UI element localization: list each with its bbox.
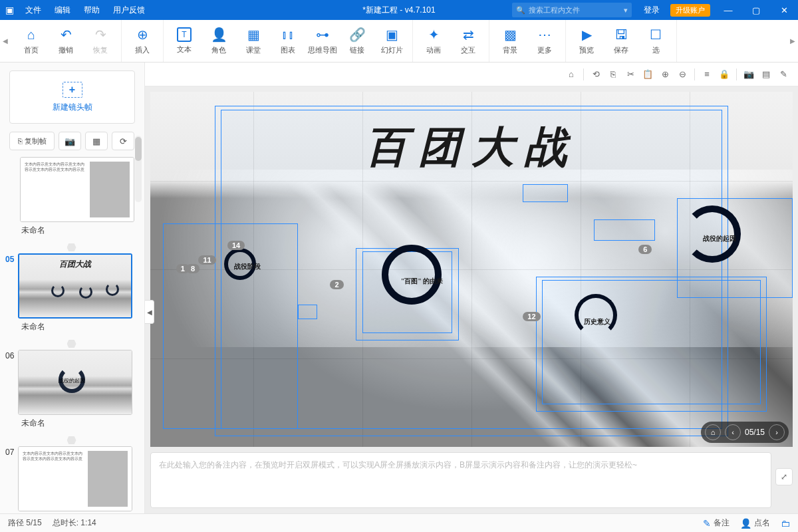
ribbon-动画[interactable]: ✦动画 [417,23,450,60]
ribbon-文本[interactable]: T文本 [168,23,201,60]
notes-textarea[interactable]: 在此处输入您的备注内容，在预览时开启双屏模式，可以实现A屏全屏播放演示内容，B屏… [150,452,771,508]
window-minimize[interactable]: — [714,0,742,20]
new-frame-button[interactable]: + 新建镜头帧 [9,70,135,124]
ribbon-icon: T [177,27,192,42]
ribbon-首页[interactable]: ⌂首页 [15,23,48,60]
ribbon-scroll-right[interactable]: ▶ [787,20,798,62]
window-close[interactable]: ✕ [770,0,798,20]
ribbon-label: 幻灯片 [381,45,403,55]
align-icon[interactable]: ≡ [699,66,715,82]
upgrade-badge[interactable]: 升级账户 [670,4,710,17]
lock-icon[interactable]: 🔒 [716,66,732,82]
nav-counter: 05/15 [745,428,765,437]
ring-label-bottom: 历史意义 [584,317,610,327]
frame-thumbnail[interactable]: 百团大战 [18,253,132,319]
frame-list[interactable]: 文本内容示意文本内容示意文本内容示意文本内容示意文本内容示意未命名05百团大战未… [0,157,144,513]
ribbon-链接[interactable]: 🔗链接 [340,23,374,60]
sidebar-scrollbar-thumb[interactable] [135,137,142,161]
zoom-in-icon[interactable]: ⊕ [657,66,673,82]
ribbon-插入[interactable]: ⊕插入 [126,23,159,60]
ribbon-icon: 🔗 [349,27,366,43]
ribbon-icon: ⊶ [316,27,329,43]
ribbon-label: 思维导图 [308,45,337,55]
search-input[interactable]: 🔍 搜索工程内文件 ▾ [512,3,632,17]
menu-edit[interactable]: 编辑 [48,0,77,20]
rollcall-button[interactable]: 👤点名 [740,517,770,529]
snapshot-icon[interactable]: 📷 [741,66,757,82]
notes-placeholder: 在此处输入您的备注内容，在预览时开启双屏模式，可以实现A屏全屏播放演示内容，B屏… [159,460,637,469]
ink-ring-bottom[interactable] [575,294,617,336]
ribbon-icon: ⋯ [538,27,551,43]
cut-tool-icon[interactable]: ✂ [622,66,638,82]
badge-11: 11 [198,255,215,265]
nav-prev-button[interactable]: ‹ [725,424,741,440]
frame-label: 未命名 [20,415,139,430]
ribbon-label: 文本 [177,45,192,55]
ring-label-right: 战役的起因 [703,234,736,243]
copy-tool-icon[interactable]: ⎘ [605,66,621,82]
zoom-out-icon[interactable]: ⊖ [674,66,690,82]
ribbon-课堂[interactable]: ▦课堂 [237,23,270,60]
folder-button[interactable]: 🗀 [781,518,790,529]
ribbon-图表[interactable]: ⫾⫾图表 [271,23,305,60]
workspace: + 新建镜头帧 ⎘ 复制帧 📷 ▦ ⟳ 文本内容示意文本内容示意文本内容示意文本… [0,63,798,513]
canvas-main[interactable]: ◀ 百 [145,86,798,513]
badge-12: 12 [523,312,540,321]
ribbon-幻灯片[interactable]: ▣幻灯片 [375,23,408,60]
home-icon[interactable]: ⌂ [563,66,579,82]
ribbon-label: 更多 [537,45,552,55]
nav-next-button[interactable]: › [769,424,785,440]
chevron-down-icon[interactable]: ▾ [624,6,628,15]
ribbon-背景[interactable]: ▩背景 [493,23,527,60]
menu-help[interactable]: 帮助 [77,0,106,20]
ribbon-icon: ⊕ [137,27,148,43]
nav-home-icon[interactable]: ⌂ [705,424,721,440]
copy-frame-button[interactable]: ⎘ 复制帧 [9,132,55,150]
notes-toggle-button[interactable]: ✎备注 [703,517,730,529]
paste-tool-icon[interactable]: 📋 [640,66,656,82]
ribbon-label: 保存 [614,45,628,55]
ribbon-label: 首页 [24,45,39,55]
ribbon: ◀ ⌂首页↶撤销↷恢复⊕插入T文本👤角色▦课堂⫾⫾图表⊶思维导图🔗链接▣幻灯片✦… [0,20,798,63]
camera-button[interactable]: 📷 [59,132,81,150]
ribbon-label: 图表 [281,45,295,55]
ribbon-label: 撤销 [59,45,73,55]
ribbon-选[interactable]: ☐选 [639,23,672,60]
window-maximize[interactable]: ▢ [742,0,770,20]
frame-thumbnail[interactable]: 战役的起因 [18,350,132,415]
history-back-icon[interactable]: ⟲ [588,66,604,82]
menu-feedback[interactable]: 用户反馈 [106,0,152,20]
frame-transition-icon[interactable] [4,338,139,350]
window-title: *新建工程 - v4.7.101 [362,5,435,16]
ribbon-scroll-left[interactable]: ◀ [0,20,11,62]
ink-ring-center[interactable] [382,245,442,305]
ribbon-保存[interactable]: 🖫保存 [604,23,638,60]
menu-file[interactable]: 文件 [19,0,48,20]
search-placeholder: 搜索工程内文件 [529,5,580,15]
ribbon-预览[interactable]: ▶预览 [570,23,603,60]
notes-expand-button[interactable]: ⤢ [775,468,793,485]
sidebar-collapse-handle[interactable]: ◀ [145,300,154,324]
stage[interactable]: 百团大战 "百图" 的由来 战役阶段 历史意义 战役的起因 14 11 1 8 … [150,92,793,447]
slide-title[interactable]: 百团大战 [365,118,578,176]
frame-transition-icon[interactable] [4,241,139,253]
layers-icon[interactable]: ▤ [758,66,774,82]
ring-label-left: 战役阶段 [234,262,261,271]
folder-icon: 🗀 [781,518,790,529]
ribbon-恢复[interactable]: ↷恢复 [84,23,117,60]
ribbon-label: 交互 [461,45,475,55]
ribbon-更多[interactable]: ⋯更多 [528,23,561,60]
ribbon-label: 恢复 [93,45,108,55]
ribbon-思维导图[interactable]: ⊶思维导图 [306,23,339,60]
ribbon-交互[interactable]: ⇄交互 [452,23,485,60]
login-link[interactable]: 登录 [637,0,666,20]
frame-transition-icon[interactable] [4,434,139,446]
ribbon-角色[interactable]: 👤角色 [202,23,235,60]
frame-thumbnail[interactable]: 文本内容示意文本内容示意文本内容示意文本内容示意文本内容示意 [18,446,132,511]
frame-thumbnail[interactable]: 文本内容示意文本内容示意文本内容示意文本内容示意文本内容示意 [20,157,134,222]
refresh-button[interactable]: ⟳ [112,132,134,150]
settings-icon[interactable]: ✎ [775,66,791,82]
ribbon-撤销[interactable]: ↶撤销 [49,23,82,60]
ribbon-label: 动画 [426,45,441,55]
qr-button[interactable]: ▦ [85,132,108,150]
